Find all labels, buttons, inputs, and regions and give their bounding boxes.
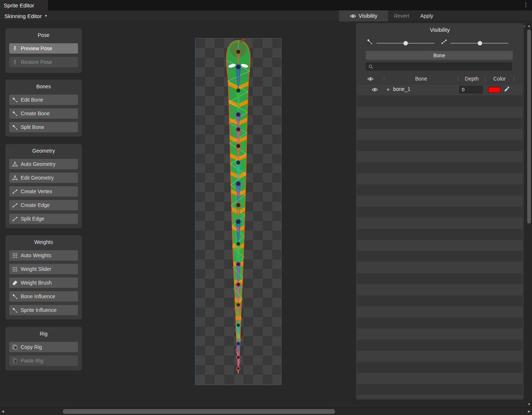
bone-tab[interactable]: Bone <box>366 51 513 60</box>
preview-pose-button[interactable]: Preview Pose <box>9 43 78 54</box>
weight-slider-button[interactable]: Weight Slider <box>9 264 78 274</box>
bone-table-row[interactable]: ▶ bone_1 <box>357 85 523 95</box>
split-bone-button[interactable]: Split Bone <box>9 122 78 132</box>
horizontal-scrollbar[interactable]: ◀ ▶ <box>0 407 532 415</box>
empty-row-stripes <box>357 96 523 398</box>
mode-label: Skinning Editor <box>4 13 42 19</box>
eye-icon <box>367 77 374 81</box>
auto-weights-button[interactable]: Auto Weights <box>9 250 78 261</box>
titlebar: Sprite Editor ⋮ <box>0 0 532 10</box>
weights-panel: Weights Auto Weights Weight Slider Weigh… <box>5 235 82 320</box>
visibility-column-header <box>357 77 384 81</box>
sprite-canvas[interactable] <box>195 38 282 385</box>
bone-influence-button[interactable]: Bone Influence <box>9 291 78 302</box>
edit-geometry-button[interactable]: Edit Geometry <box>9 173 78 183</box>
visibility-panel: Visibility Bone Bone Depth Color <box>356 23 524 400</box>
apply-button[interactable]: Apply <box>415 10 438 21</box>
edit-bone-icon <box>12 97 18 103</box>
bone-influence-icon <box>12 294 18 299</box>
sprite-influence-icon <box>12 307 18 313</box>
chevron-down-icon: ▼ <box>44 14 48 18</box>
depth-column-header: Depth <box>458 76 485 82</box>
bone-name[interactable]: bone_1 <box>393 86 410 92</box>
visibility-toggle-button[interactable]: Visibility <box>339 10 388 21</box>
vertical-scrollbar-thumb[interactable] <box>527 30 531 224</box>
scroll-up-arrow[interactable]: ▲ <box>526 24 532 28</box>
skinning-editor-dropdown[interactable]: Skinning Editor ▼ <box>1 10 51 21</box>
bone-opacity-icon <box>367 39 373 45</box>
mesh-visibility-slider-knob[interactable] <box>478 41 482 45</box>
split-edge-button[interactable]: Split Edge <box>9 214 78 224</box>
weights-panel-title: Weights <box>9 239 78 245</box>
vertical-scrollbar[interactable]: ▲ ▼ <box>526 23 532 407</box>
rig-panel: Rig Copy Rig Paste Rig <box>5 327 82 371</box>
auto-geometry-icon <box>12 161 18 167</box>
create-vertex-button[interactable]: Create Vertex <box>9 186 78 197</box>
bone-search-input[interactable] <box>375 64 509 69</box>
bone-column-header: Bone <box>384 76 458 82</box>
create-vertex-icon <box>12 189 18 194</box>
horizontal-scrollbar-thumb[interactable] <box>63 409 335 414</box>
bone-table-header: Bone Depth Color <box>357 74 523 83</box>
bones-panel-title: Bones <box>9 84 78 89</box>
snake-sprite[interactable] <box>195 38 281 385</box>
mesh-visibility-slider[interactable] <box>450 43 508 44</box>
tab-sprite-editor[interactable]: Sprite Editor <box>0 0 48 10</box>
weight-brush-button[interactable]: Weight Brush <box>9 278 78 288</box>
bone-opacity-slider[interactable] <box>376 43 434 44</box>
visibility-label: Visibility <box>359 13 377 19</box>
auto-weights-icon <box>12 253 18 258</box>
eyedropper-icon[interactable] <box>504 86 509 92</box>
paste-rig-icon <box>12 358 18 364</box>
weight-brush-icon <box>12 280 18 286</box>
geometry-panel: Geometry Auto Geometry Edit Geometry Cre… <box>5 144 82 228</box>
geometry-panel-title: Geometry <box>9 148 78 154</box>
eye-icon <box>350 14 356 18</box>
sprite-editor-window: Sprite Editor ⋮ Skinning Editor ▼ Visibi… <box>0 0 532 415</box>
paste-rig-button[interactable]: Paste Rig <box>9 356 78 366</box>
bone-depth-input[interactable] <box>459 86 483 93</box>
edit-geometry-icon <box>12 175 18 181</box>
create-bone-icon <box>12 111 18 116</box>
row-visibility-eye-icon[interactable] <box>372 88 378 92</box>
create-edge-button[interactable]: Create Edge <box>9 200 78 210</box>
copy-rig-icon <box>12 344 18 350</box>
disclosure-arrow-icon[interactable]: ▶ <box>387 87 390 91</box>
auto-geometry-button[interactable]: Auto Geometry <box>9 159 78 169</box>
bone-color-swatch[interactable] <box>488 87 501 92</box>
kebab-menu-icon[interactable]: ⋮ <box>523 1 529 8</box>
copy-rig-button[interactable]: Copy Rig <box>9 342 78 352</box>
column-divider <box>514 76 514 81</box>
restore-pose-button[interactable]: Restore Pose <box>9 57 78 67</box>
edit-bone-button[interactable]: Edit Bone <box>9 95 78 105</box>
bone-opacity-slider-knob[interactable] <box>403 41 408 45</box>
revert-button[interactable]: Revert <box>389 10 414 21</box>
create-edge-icon <box>12 203 18 208</box>
preview-pose-icon <box>12 46 18 51</box>
scroll-right-arrow[interactable]: ▶ <box>528 409 531 413</box>
create-bone-button[interactable]: Create Bone <box>9 108 78 119</box>
magnifier-icon <box>368 64 373 69</box>
bones-panel: Bones Edit Bone Create Bone Split Bone <box>5 79 82 137</box>
visibility-panel-title: Visibility <box>356 27 524 33</box>
split-edge-icon <box>12 216 18 222</box>
mesh-opacity-icon <box>441 39 447 45</box>
color-column-header: Color <box>485 76 514 82</box>
rig-panel-title: Rig <box>9 331 78 337</box>
sprite-influence-button[interactable]: Sprite Influence <box>9 305 78 315</box>
scroll-left-arrow[interactable]: ◀ <box>1 409 4 413</box>
weight-slider-icon <box>12 266 18 272</box>
bone-search-box[interactable] <box>366 62 512 71</box>
scroll-down-arrow[interactable]: ▼ <box>526 402 532 406</box>
toolbar: Skinning Editor ▼ Visibility Revert Appl… <box>0 10 532 21</box>
pose-panel-title: Pose <box>9 32 78 38</box>
split-bone-icon <box>12 125 18 130</box>
restore-pose-icon <box>12 59 18 65</box>
pose-panel: Pose Preview Pose Restore Pose <box>5 28 82 73</box>
